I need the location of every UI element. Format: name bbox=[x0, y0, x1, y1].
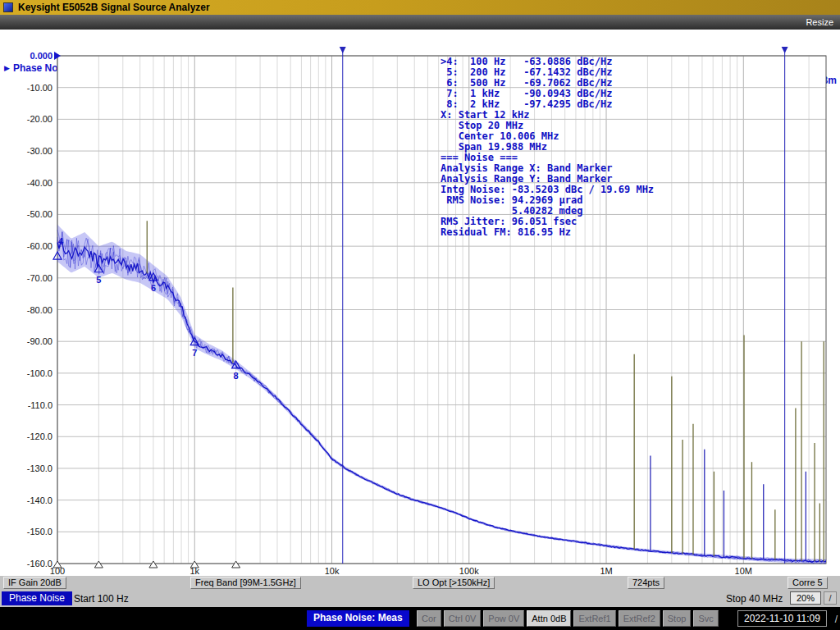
y-axis-label: -110.0 bbox=[28, 400, 52, 410]
y-axis-label: -30.00 bbox=[27, 146, 52, 156]
marker-8-label: 8 bbox=[234, 371, 239, 381]
active-trace-tab[interactable]: Phase Noise bbox=[2, 591, 72, 605]
trace-range-bar: Phase Noise Start 100 Hz Stop 40 MHz 20%… bbox=[0, 590, 840, 607]
y-axis-label: -150.0 bbox=[27, 527, 52, 536]
if-gain-button[interactable]: IF Gain 20dB bbox=[3, 577, 66, 589]
status-pow-0v[interactable]: Pow 0V bbox=[483, 610, 524, 627]
y-axis-label: -130.0 bbox=[27, 463, 52, 473]
marker-readout: >4: 100 Hz -63.0886 dBc/Hz 5: 200 Hz -67… bbox=[441, 57, 654, 238]
nop-points-button[interactable]: 724pts bbox=[628, 577, 664, 589]
window-titlebar[interactable]: Keysight E5052B Signal Source Analyzer bbox=[0, 0, 840, 15]
y-axis-label: 0.000 bbox=[30, 51, 52, 61]
status-stop[interactable]: Stop bbox=[663, 610, 692, 627]
correlation-button[interactable]: Corre 5 bbox=[788, 577, 828, 589]
y-axis-label: -50.00 bbox=[27, 209, 52, 219]
y-axis-label: -10.00 bbox=[27, 83, 52, 93]
x-axis-label: 1M bbox=[600, 566, 612, 576]
datetime: 2022-11-10 11:09 bbox=[737, 610, 827, 627]
x-axis-label: 10k bbox=[325, 566, 340, 576]
y-axis-label: -70.00 bbox=[27, 273, 52, 283]
phase-noise-plot[interactable]: 0.000-10.00-20.00-30.00-40.00-50.00-60.0… bbox=[0, 30, 840, 576]
marker-6-label: 6 bbox=[151, 283, 156, 293]
resize-grip-icon[interactable]: / bbox=[824, 591, 837, 605]
y-axis-label: -40.00 bbox=[27, 178, 52, 188]
measurement-settings-bar: IF Gain 20dBFreq Band [99M-1.5GHz]LO Opt… bbox=[0, 576, 840, 590]
start-frequency: Start 100 Hz bbox=[74, 593, 129, 605]
status-bar: Phase Noise: Meas CorCtrl 0VPow 0VAttn 0… bbox=[0, 607, 840, 630]
marker-7-label: 7 bbox=[192, 348, 197, 358]
y-axis-label: -120.0 bbox=[27, 431, 52, 441]
status-grip-icon: / bbox=[835, 614, 838, 625]
y-axis-label: -140.0 bbox=[27, 495, 52, 505]
status-extref1[interactable]: ExtRef1 bbox=[573, 610, 615, 627]
y-axis-label: -160.0 bbox=[27, 559, 52, 568]
y-axis-label: -80.00 bbox=[27, 305, 52, 315]
status-cor[interactable]: Cor bbox=[417, 610, 441, 627]
marker-4-label: 4 bbox=[58, 236, 64, 246]
status-attn-0db[interactable]: Attn 0dB bbox=[527, 610, 571, 627]
x-axis-label: 10M bbox=[735, 566, 752, 576]
stop-frequency: Stop 40 MHz bbox=[726, 593, 783, 605]
y-axis-label: -100.0 bbox=[27, 368, 52, 378]
y-axis-label: -60.00 bbox=[27, 241, 52, 251]
lo-opt-button[interactable]: LO Opt [>150kHz] bbox=[413, 577, 495, 589]
measurement-status[interactable]: Phase Noise: Meas bbox=[307, 610, 409, 627]
status-indicators: CorCtrl 0VPow 0VAttn 0dBExtRef1ExtRef2St… bbox=[417, 610, 719, 627]
resize-button[interactable]: Resize bbox=[806, 16, 833, 28]
readout-line: Residual FM: 816.95 Hz bbox=[441, 227, 654, 238]
y-axis-label: -20.00 bbox=[27, 114, 52, 124]
app-icon bbox=[3, 2, 13, 12]
zoom-level[interactable]: 20% bbox=[790, 591, 821, 605]
menu-bar: Resize bbox=[0, 15, 840, 30]
marker-5-label: 5 bbox=[96, 275, 101, 285]
band-line-marker-icon bbox=[340, 47, 346, 53]
status-extref2[interactable]: ExtRef2 bbox=[619, 610, 660, 627]
freq-band-button[interactable]: Freq Band [99M-1.5GHz] bbox=[190, 577, 301, 589]
band-line-marker-icon bbox=[782, 47, 788, 53]
status-ctrl-0v[interactable]: Ctrl 0V bbox=[444, 610, 482, 627]
x-axis-label: 100k bbox=[459, 566, 479, 576]
window-title: Keysight E5052B Signal Source Analyzer bbox=[18, 2, 210, 13]
status-svc[interactable]: Svc bbox=[693, 610, 718, 627]
y-axis-label: -90.00 bbox=[27, 336, 52, 346]
